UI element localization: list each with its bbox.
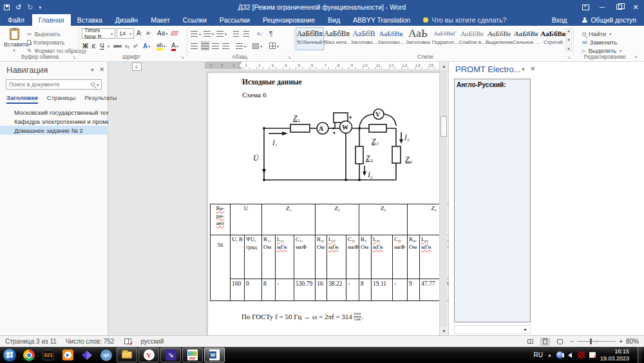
scrollbar-thumb[interactable] (440, 116, 447, 137)
zoom-in-button[interactable]: + (619, 338, 623, 345)
language-switcher[interactable]: RU (534, 351, 543, 358)
taskbar-yandex-browser[interactable]: Y (138, 348, 159, 362)
tab-file[interactable]: Файл (0, 14, 32, 26)
style-no-spacing[interactable]: АаБбВв¶Без инте... (323, 28, 350, 50)
scroll-down-arrow[interactable]: ▼ (440, 327, 448, 335)
taskbar-media-player-classic[interactable]: 321 (39, 347, 58, 363)
style-intense-emphasis[interactable]: АаБбВвСильное ... (513, 28, 540, 50)
tray-expand-icon[interactable]: ▲ (547, 353, 552, 357)
paragraph-dialog-launcher[interactable]: ↘ (287, 55, 291, 60)
align-center-button[interactable] (201, 41, 209, 50)
start-button[interactable] (0, 347, 19, 363)
web-layout-button[interactable] (555, 338, 565, 346)
vertical-scrollbar[interactable]: ▲ ▼ (439, 62, 448, 335)
chevron-down-icon[interactable]: ▾ (97, 83, 99, 87)
nav-heading-item[interactable]: Кафедра электротехники и промы... (0, 117, 108, 126)
multilevel-list-button[interactable]: ▾ (216, 29, 227, 38)
show-paragraph-marks-button[interactable]: ¶ (269, 29, 272, 38)
close-icon[interactable]: ✕ (530, 65, 535, 72)
taskbar-qbittorrent[interactable]: qb (97, 347, 116, 363)
style-heading1[interactable]: АаБбВЗаголово... (350, 28, 377, 50)
subscript-button[interactable]: x₂ (125, 41, 129, 51)
cut-button[interactable]: ✂Вырезать (27, 30, 86, 38)
styles-dialog-launcher[interactable]: ↘ (567, 55, 571, 60)
tell-me-box[interactable]: Что вы хотите сделать? (417, 14, 513, 26)
sign-in-link[interactable]: Вход (544, 14, 575, 26)
taskbar-potplayer[interactable] (58, 347, 77, 363)
word-count[interactable]: Число слов: 752 (66, 338, 115, 345)
change-case-button[interactable]: Аа▾ (157, 28, 167, 38)
language-indicator[interactable]: русский (140, 338, 164, 345)
print-layout-button[interactable] (540, 338, 550, 346)
align-left-button[interactable] (191, 41, 198, 50)
find-button[interactable]: Найти▾ (582, 30, 611, 38)
document-search-box[interactable]: ▾ (6, 79, 102, 90)
horizontal-ruler[interactable]: 321 12345678910111213141516 17 (205, 62, 462, 69)
chevron-down-icon[interactable]: ▼ (90, 68, 95, 72)
italic-button[interactable]: К (91, 41, 96, 51)
font-size-combo[interactable]: 14▾ (117, 28, 134, 39)
zoom-slider[interactable] (577, 341, 616, 342)
close-icon[interactable]: ✕ (99, 66, 104, 73)
line-spacing-button[interactable]: ▾ (236, 41, 246, 50)
promt-dropdown[interactable]: ▼ (454, 325, 531, 334)
taskbar-explorer[interactable] (117, 348, 137, 362)
page-indicator[interactable]: Страница 3 из 11 (5, 338, 57, 345)
underline-button[interactable]: Ч (100, 41, 104, 51)
style-heading2[interactable]: АаБбВвЗаголово... (377, 28, 404, 50)
nav-tab-pages[interactable]: Страницы (47, 94, 76, 104)
ribbon-display-options-button[interactable] (577, 0, 594, 14)
font-dialog-launcher[interactable]: ↘ (180, 55, 184, 60)
more-styles-icon[interactable]: ▼̱ (567, 47, 571, 51)
scroll-down-icon[interactable]: ▼ (567, 38, 571, 42)
copy-button[interactable]: Копировать (27, 38, 86, 46)
styles-gallery-scroll[interactable]: ▲▼▼̱ (565, 28, 572, 52)
search-icon[interactable] (91, 83, 95, 86)
search-input[interactable] (6, 81, 91, 88)
taskbar-pdf-viewer[interactable]: PDF (182, 348, 203, 362)
restore-button[interactable] (611, 0, 627, 14)
superscript-button[interactable]: x² (133, 41, 138, 51)
align-right-button[interactable] (212, 41, 219, 50)
underline-options-icon[interactable]: ▾ (107, 41, 109, 51)
style-normal[interactable]: АаБбВв¶Обычный (296, 28, 323, 50)
first-line-indent-marker[interactable] (237, 62, 242, 65)
highlight-color-button[interactable]: ab▾ (156, 41, 166, 51)
tab-stop-selector[interactable]: L (132, 63, 142, 71)
tab-design[interactable]: Дизайн (109, 14, 144, 26)
style-title[interactable]: АаЬЗаголовок (404, 28, 431, 50)
zoom-out-button[interactable]: − (570, 338, 574, 345)
style-subtle-emphasis[interactable]: АаБбВвСлабое в... (459, 28, 486, 50)
taskbar-chrome[interactable] (19, 347, 39, 363)
clock[interactable]: 16:15 19.03.2023 (600, 348, 629, 362)
chevron-down-icon[interactable]: ▼ (521, 67, 526, 72)
tab-review[interactable]: Рецензирование (256, 14, 321, 26)
style-strict[interactable]: АаБбВвСтрогий (540, 28, 567, 50)
bold-button[interactable]: Ж (82, 41, 88, 51)
nav-heading-item[interactable]: Московский государственный тех... (0, 108, 108, 117)
clipboard-dialog-launcher[interactable]: ↘ (72, 55, 76, 60)
increase-indent-button[interactable] (243, 29, 249, 38)
font-color-button[interactable]: А▾ (171, 41, 178, 51)
numbering-button[interactable]: ▾ (204, 29, 214, 38)
share-button[interactable]: Общий доступ (574, 14, 644, 26)
shading-button[interactable]: ▾ (252, 41, 262, 50)
clear-formatting-button[interactable] (171, 28, 178, 38)
zoom-percentage[interactable]: 80% (626, 338, 639, 345)
scroll-up-arrow[interactable]: ▲ (440, 62, 448, 70)
zoom-slider-thumb[interactable] (590, 338, 592, 344)
promt-translation-box[interactable]: Англо-Русский: (454, 79, 531, 322)
tab-abbyy-translation[interactable]: ABBYY Translation (346, 14, 417, 26)
tab-insert[interactable]: Вставка (71, 14, 109, 26)
nav-heading-item-selected[interactable]: Домашнее задание № 2 (0, 126, 108, 135)
collapse-ribbon-icon[interactable]: ˄ (634, 54, 638, 60)
shrink-font-button[interactable]: Аˇ (146, 28, 151, 38)
proofing-errors-icon[interactable] (124, 338, 131, 344)
strikethrough-button[interactable]: abc (113, 41, 122, 51)
style-emphasis[interactable]: АаБбВвВыделение (486, 28, 513, 50)
taskbar-purple-app[interactable]: ⇘ (160, 348, 181, 362)
bullets-button[interactable]: ▾ (191, 29, 201, 38)
justify-button[interactable] (222, 41, 229, 50)
replace-button[interactable]: abЗаменить (582, 38, 618, 46)
antivirus-tray-icon[interactable] (578, 351, 585, 358)
